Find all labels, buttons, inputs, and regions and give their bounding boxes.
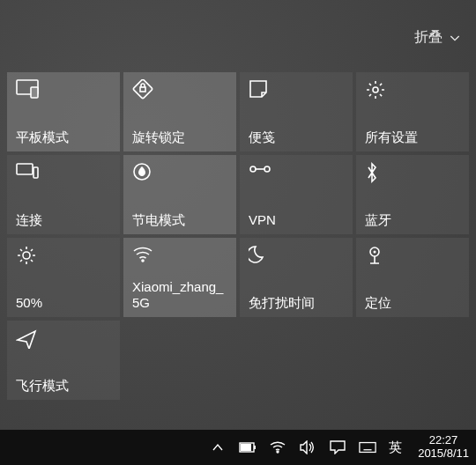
moon-icon [249, 245, 344, 268]
tile-label: VPN [249, 212, 344, 229]
tile-quiet-hours[interactable]: 免打扰时间 [240, 238, 353, 317]
tile-note[interactable]: 便笺 [240, 72, 353, 151]
tile-label: 蓝牙 [365, 212, 460, 229]
action-center-tray-icon[interactable] [329, 439, 346, 456]
svg-rect-2 [133, 79, 153, 99]
volume-tray-icon[interactable] [299, 439, 316, 456]
tablet-mode-icon [16, 79, 111, 102]
bluetooth-icon [365, 162, 460, 185]
tile-label: 免打扰时间 [249, 295, 344, 312]
svg-point-13 [374, 251, 376, 254]
tile-location[interactable]: 定位 [356, 238, 469, 317]
tile-label: 便笺 [249, 129, 344, 146]
svg-rect-5 [17, 164, 33, 174]
tile-brightness[interactable]: 50% [7, 238, 120, 317]
tile-connect[interactable]: 连接 [7, 155, 120, 234]
tile-label: 旋转锁定 [132, 129, 227, 146]
collapse-label: 折叠 [414, 28, 443, 47]
brightness-icon [16, 245, 111, 268]
svg-rect-3 [140, 87, 145, 92]
tile-label: 50% [16, 295, 111, 312]
svg-rect-6 [33, 167, 38, 178]
tile-battery-saver[interactable]: 节电模式 [123, 155, 236, 234]
tile-tablet-mode[interactable]: 平板模式 [7, 72, 120, 151]
svg-rect-18 [360, 443, 376, 453]
tray-overflow-button[interactable] [209, 439, 227, 456]
tile-label: 平板模式 [16, 129, 111, 146]
location-icon [365, 245, 460, 268]
tile-label: Xiaomi_zhang_5G [132, 279, 227, 313]
tile-rotation-lock[interactable]: 旋转锁定 [123, 72, 236, 151]
svg-point-10 [23, 252, 30, 259]
clock-time: 22:27 [418, 434, 469, 447]
action-center-panel: 折叠 平板模式 旋转锁定 便笺 所有设置 [0, 0, 476, 465]
airplane-icon [16, 328, 111, 351]
quick-actions-grid: 平板模式 旋转锁定 便笺 所有设置 连接 [7, 72, 469, 400]
tile-label: 所有设置 [365, 129, 460, 146]
chevron-down-icon [448, 31, 462, 45]
svg-point-11 [142, 260, 144, 262]
svg-point-9 [264, 166, 270, 172]
svg-point-8 [250, 166, 256, 172]
vpn-icon [249, 162, 344, 185]
connect-icon [16, 162, 111, 185]
gear-icon [365, 79, 460, 102]
svg-rect-16 [241, 444, 251, 451]
tile-label: 定位 [365, 295, 460, 312]
tile-label: 连接 [16, 212, 111, 229]
svg-point-17 [277, 451, 279, 453]
svg-rect-15 [254, 446, 256, 449]
rotation-lock-icon [132, 79, 227, 102]
wifi-tray-icon[interactable] [269, 439, 286, 456]
taskbar-clock[interactable]: 22:27 2015/8/11 [418, 434, 469, 461]
wifi-icon [132, 245, 227, 268]
tile-label: 节电模式 [132, 212, 227, 229]
tile-all-settings[interactable]: 所有设置 [356, 72, 469, 151]
battery-saver-icon [132, 162, 227, 185]
tile-airplane-mode[interactable]: 飞行模式 [7, 321, 120, 400]
tile-label: 飞行模式 [16, 378, 111, 395]
taskbar: 英 22:27 2015/8/11 [0, 430, 476, 465]
note-icon [249, 79, 344, 102]
tile-wifi[interactable]: Xiaomi_zhang_5G [123, 238, 236, 317]
ime-indicator[interactable]: 英 [389, 439, 402, 456]
collapse-button[interactable]: 折叠 [414, 28, 462, 47]
svg-point-4 [373, 87, 378, 92]
svg-rect-1 [31, 87, 38, 98]
tile-bluetooth[interactable]: 蓝牙 [356, 155, 469, 234]
keyboard-tray-icon[interactable] [359, 439, 376, 456]
tile-vpn[interactable]: VPN [240, 155, 353, 234]
battery-tray-icon[interactable] [239, 439, 257, 456]
clock-date: 2015/8/11 [418, 447, 469, 461]
